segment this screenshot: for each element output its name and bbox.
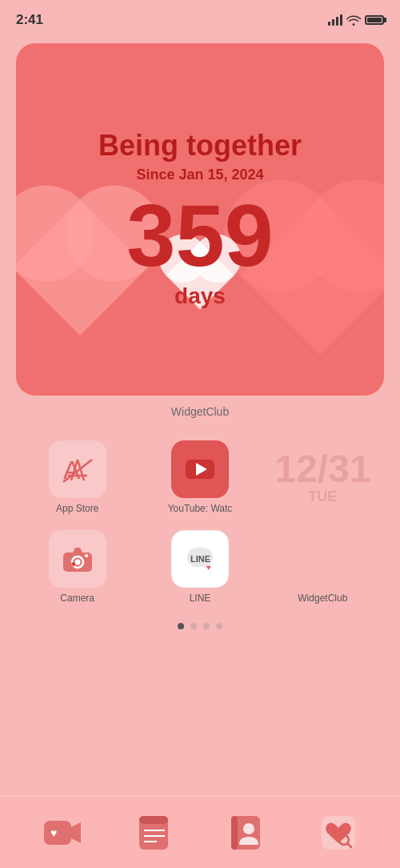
app-item-appstore[interactable]: A App Store bbox=[16, 434, 138, 520]
widget-days-label: days bbox=[174, 283, 226, 309]
appstore-label: App Store bbox=[56, 503, 98, 514]
youtube-icon[interactable] bbox=[171, 440, 229, 498]
svg-point-26 bbox=[243, 823, 254, 834]
widget-title: Being together bbox=[98, 130, 302, 162]
widget-since: Since Jan 15, 2024 bbox=[136, 167, 263, 183]
app-item-line[interactable]: LINE ♥ LINE bbox=[138, 524, 261, 610]
date-widget: 12/31 TUE bbox=[262, 434, 384, 520]
appstore-icon[interactable]: A bbox=[49, 440, 106, 498]
dock-item-contacts[interactable] bbox=[224, 810, 269, 855]
page-dots bbox=[0, 623, 400, 629]
app-item-widgetclub[interactable]: WidgetClub bbox=[262, 524, 384, 610]
dot-1[interactable] bbox=[178, 623, 184, 629]
widgetclub-app-label: WidgetClub bbox=[298, 593, 347, 604]
dock: ♥ bbox=[0, 796, 400, 868]
line-label: LINE bbox=[190, 593, 211, 604]
date-widget-day: TUE bbox=[308, 488, 337, 505]
battery-icon bbox=[365, 15, 384, 25]
svg-point-10 bbox=[85, 554, 88, 557]
status-time: 2:41 bbox=[16, 12, 43, 28]
date-widget-number: 12/31 bbox=[274, 450, 370, 488]
svg-text:♥: ♥ bbox=[50, 826, 57, 839]
widget-club-label: WidgetClub bbox=[0, 405, 400, 418]
wifi-icon bbox=[346, 14, 361, 26]
dot-4[interactable] bbox=[216, 623, 222, 629]
svg-rect-25 bbox=[231, 816, 238, 850]
dot-3[interactable] bbox=[203, 623, 210, 629]
widget-card: Being together Since Jan 15, 2024 359 da… bbox=[16, 43, 384, 396]
svg-rect-16 bbox=[44, 821, 71, 845]
svg-text:♥: ♥ bbox=[71, 560, 76, 569]
camera-icon[interactable]: ♥ bbox=[49, 530, 106, 588]
svg-text:♥: ♥ bbox=[206, 563, 211, 572]
apps-grid: A App Store YouTube: Watc 12/31 TUE bbox=[16, 434, 384, 610]
line-icon[interactable]: LINE ♥ bbox=[171, 530, 229, 588]
app-item-camera[interactable]: ♥ Camera bbox=[16, 524, 138, 610]
svg-rect-20 bbox=[139, 816, 168, 824]
youtube-label: YouTube: Watc bbox=[168, 503, 233, 514]
widgetclub-icon[interactable] bbox=[294, 530, 351, 588]
dot-2[interactable] bbox=[190, 623, 197, 629]
signal-icon bbox=[328, 14, 342, 26]
dock-item-facetime[interactable]: ♥ bbox=[40, 810, 85, 855]
dock-item-heart-search[interactable] bbox=[316, 810, 361, 855]
camera-label: Camera bbox=[60, 593, 94, 604]
status-icons bbox=[328, 14, 384, 26]
app-item-youtube[interactable]: YouTube: Watc bbox=[138, 434, 261, 520]
status-bar: 2:41 bbox=[0, 0, 400, 35]
svg-marker-17 bbox=[71, 822, 81, 843]
widget-days-number: 359 bbox=[126, 191, 274, 279]
dock-item-notes[interactable] bbox=[132, 810, 177, 855]
